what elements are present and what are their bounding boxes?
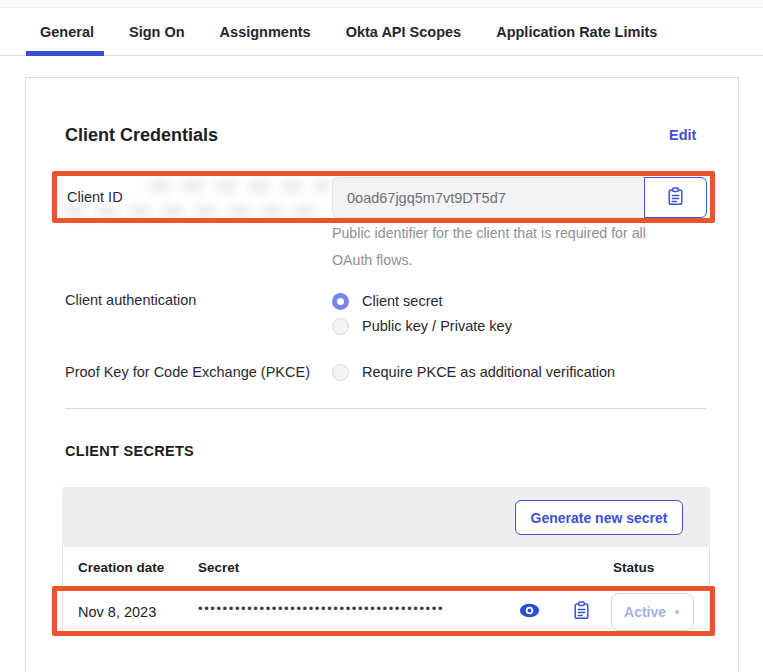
generate-new-secret-button[interactable]: Generate new secret (515, 500, 683, 535)
client-authentication-label: Client authentication (65, 292, 196, 308)
tab-okta-api-scopes[interactable]: Okta API Scopes (346, 24, 462, 40)
edit-link[interactable]: Edit (669, 127, 696, 143)
active-tab-indicator (26, 51, 104, 56)
client-secrets-heading: CLIENT SECRETS (65, 443, 194, 459)
table-row: Nov 8, 2023 ••••••••••••••••••••••••••••… (63, 588, 709, 636)
copy-client-id-button[interactable] (644, 177, 707, 218)
client-id-input[interactable] (332, 177, 645, 218)
client-id-help-text: Public identifier for the client that is… (332, 220, 677, 274)
client-credentials-title: Client Credentials (65, 125, 218, 146)
clipboard-icon (573, 601, 590, 623)
column-header-secret: Secret (198, 560, 239, 575)
reveal-secret-button[interactable] (515, 598, 543, 626)
pkce-label: Proof Key for Code Exchange (PKCE) (65, 364, 310, 380)
masked-secret-value: •••••••••••••••••••••••••••••••••••••••• (198, 601, 444, 616)
column-header-creation-date: Creation date (78, 560, 164, 575)
tab-assignments[interactable]: Assignments (220, 24, 311, 40)
eye-icon (519, 603, 540, 621)
radio-client-secret-label[interactable]: Client secret (362, 293, 443, 309)
client-id-label: Client ID (67, 189, 123, 205)
clipboard-icon (667, 187, 684, 209)
creation-date-cell: Nov 8, 2023 (78, 604, 156, 620)
app-tab-bar: General Sign On Assignments Okta API Sco… (0, 9, 763, 56)
tab-sign-on[interactable]: Sign On (129, 24, 185, 40)
radio-client-secret[interactable] (332, 293, 349, 310)
column-header-status: Status (613, 560, 654, 575)
checkbox-require-pkce[interactable] (332, 364, 349, 381)
table-header-row: Creation date Secret Status (63, 547, 709, 587)
chevron-down-icon: ▼ (673, 608, 681, 617)
copy-secret-button[interactable] (567, 598, 595, 626)
status-label: Active (624, 604, 666, 620)
radio-public-private-key-label[interactable]: Public key / Private key (362, 318, 512, 334)
checkbox-require-pkce-label[interactable]: Require PKCE as additional verification (362, 364, 615, 380)
tab-general[interactable]: General (40, 24, 94, 40)
section-divider (65, 408, 707, 409)
tab-application-rate-limits[interactable]: Application Rate Limits (496, 24, 657, 40)
window-top-edge (0, 0, 763, 8)
client-secrets-table: Creation date Secret Status Nov 8, 2023 … (62, 547, 710, 636)
status-dropdown[interactable]: Active ▼ (611, 593, 694, 631)
radio-public-private-key[interactable] (332, 318, 349, 335)
